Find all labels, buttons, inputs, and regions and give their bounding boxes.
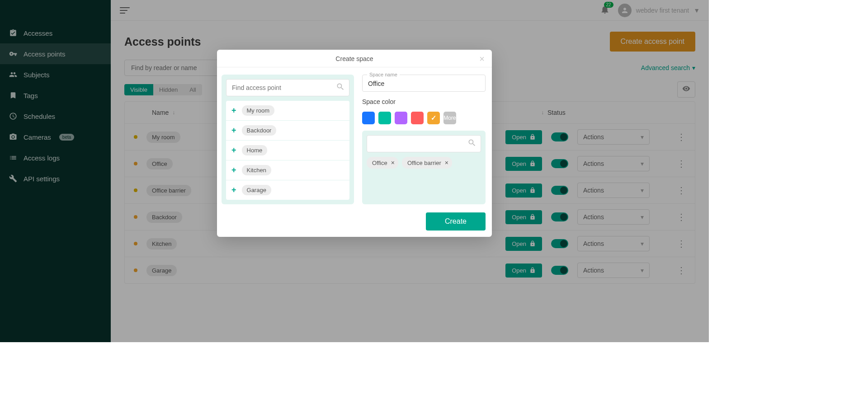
access-point-label: Backdoor [242, 125, 277, 136]
more-colors-button[interactable]: More [443, 112, 456, 124]
access-point-label: Home [242, 145, 268, 155]
remove-icon[interactable]: × [391, 159, 395, 166]
color-swatch[interactable] [411, 112, 424, 124]
access-point-label: Kitchen [242, 165, 271, 175]
access-point-option: +Home [226, 141, 349, 160]
access-point-label: Garage [242, 185, 271, 195]
find-access-point-input[interactable] [226, 79, 349, 96]
create-button[interactable]: Create [426, 212, 486, 231]
color-swatch[interactable] [427, 112, 440, 124]
access-point-option: +Garage [226, 180, 349, 200]
add-icon[interactable]: + [231, 185, 236, 195]
add-icon[interactable]: + [231, 106, 236, 115]
access-point-label: My room [242, 105, 275, 116]
add-icon[interactable]: + [231, 146, 236, 155]
modal-title: Create space [335, 55, 373, 62]
access-point-option: +Backdoor [226, 121, 349, 140]
add-icon[interactable]: + [231, 126, 236, 135]
color-swatch[interactable] [362, 112, 375, 124]
remove-icon[interactable]: × [445, 159, 448, 166]
color-swatch[interactable] [395, 112, 407, 124]
modal-overlay: Create space × +My room+Backdoor+Home+Ki… [0, 0, 709, 342]
space-color-label: Space color [362, 98, 486, 105]
selected-chip: Office barrier× [402, 157, 452, 169]
search-icon [467, 138, 476, 149]
selected-search-input[interactable] [367, 135, 481, 152]
add-icon[interactable]: + [231, 165, 236, 175]
search-icon [336, 82, 345, 93]
selected-chip: Office× [367, 157, 398, 169]
space-name-input[interactable] [368, 80, 480, 87]
access-point-option: +Kitchen [226, 160, 349, 180]
close-icon[interactable]: × [479, 54, 485, 63]
color-swatch[interactable] [378, 112, 391, 124]
create-space-modal: Create space × +My room+Backdoor+Home+Ki… [217, 50, 492, 237]
access-point-option: +My room [226, 101, 349, 120]
space-name-field[interactable]: Space name [362, 75, 486, 92]
selected-access-points: Office×Office barrier× [362, 131, 486, 204]
available-access-points: +My room+Backdoor+Home+Kitchen+Garage [222, 75, 354, 204]
